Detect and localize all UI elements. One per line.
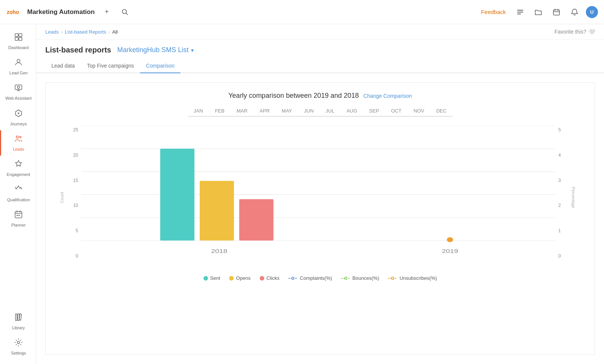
legend-unsubscribes: Unsubscribes(%) bbox=[388, 275, 437, 281]
calendar-icon[interactable] bbox=[550, 5, 563, 19]
folder-icon[interactable] bbox=[532, 5, 545, 19]
sidebar-label-leads: Leads bbox=[13, 147, 24, 152]
sidebar-item-settings[interactable]: Settings bbox=[0, 334, 36, 359]
legend: Sent Opens Clicks bbox=[55, 275, 586, 281]
month-may[interactable]: MAY bbox=[276, 106, 298, 117]
legend-opens-dot bbox=[229, 276, 234, 281]
chart-svg: 2018 2019 bbox=[81, 126, 555, 269]
svg-point-15 bbox=[17, 59, 20, 62]
unsubscribes-dot-2019 bbox=[447, 237, 453, 242]
svg-rect-24 bbox=[15, 211, 22, 218]
feedback-button[interactable]: Feedback bbox=[478, 7, 509, 17]
legend-clicks-label: Clicks bbox=[267, 275, 280, 281]
journeys-icon bbox=[14, 109, 23, 120]
dashboard-icon bbox=[14, 32, 23, 44]
change-comparison-button[interactable]: Change Comparison bbox=[364, 93, 412, 99]
legend-unsubscribes-icon bbox=[388, 276, 397, 281]
main-layout: Dashboard Lead Gen Web Assistant bbox=[0, 24, 604, 364]
notification-icon[interactable] bbox=[568, 5, 581, 19]
sidebar-item-planner[interactable]: Planner bbox=[0, 206, 36, 231]
legend-opens-label: Opens bbox=[236, 275, 250, 281]
sidebar-label-journeys: Journeys bbox=[10, 122, 27, 126]
svg-rect-13 bbox=[15, 37, 18, 40]
month-sep[interactable]: SEP bbox=[363, 106, 385, 117]
x-label-2019: 2019 bbox=[442, 248, 458, 254]
lead-gen-icon bbox=[14, 58, 23, 69]
chart-title-row: Yearly comparison between 2019 and 2018 … bbox=[55, 92, 586, 100]
legend-complaints-label: Complaints(%) bbox=[300, 275, 332, 281]
page-title: List-based reports bbox=[45, 46, 111, 54]
sidebar-item-lead-gen[interactable]: Lead Gen bbox=[0, 54, 36, 79]
month-jun[interactable]: JUN bbox=[298, 106, 320, 117]
month-nov[interactable]: NOV bbox=[408, 106, 430, 117]
month-feb[interactable]: FEB bbox=[209, 106, 230, 117]
month-apr[interactable]: APR bbox=[254, 106, 276, 117]
sidebar-label-qualification: Qualification bbox=[7, 197, 30, 202]
legend-bounces-label: Bounces(%) bbox=[353, 275, 379, 281]
sidebar-item-leads[interactable]: Leads bbox=[0, 130, 36, 156]
web-assistant-icon bbox=[14, 83, 23, 94]
month-jul[interactable]: JUL bbox=[320, 106, 341, 117]
chart-title: Yearly comparison between 2019 and 2018 bbox=[228, 92, 359, 100]
tab-lead-data[interactable]: Lead data bbox=[45, 59, 81, 73]
y-right-tick-0: 0 bbox=[558, 253, 561, 259]
month-mar[interactable]: MAR bbox=[231, 106, 254, 117]
sidebar-label-settings: Settings bbox=[11, 351, 26, 356]
breadcrumb-leads[interactable]: Leads bbox=[45, 29, 59, 35]
list-name: MarketingHub SMS List bbox=[117, 46, 188, 54]
legend-clicks-dot bbox=[260, 276, 264, 281]
y-axis-left-label: Count bbox=[60, 192, 64, 203]
y-tick-10: 10 bbox=[73, 203, 78, 208]
list-selector[interactable]: MarketingHub SMS List ▾ bbox=[117, 46, 193, 54]
month-oct[interactable]: OCT bbox=[385, 106, 407, 117]
month-dec[interactable]: DEC bbox=[430, 106, 453, 117]
add-button[interactable]: + bbox=[101, 6, 113, 18]
sidebar-label-engagement: Engagement bbox=[7, 172, 30, 177]
y-right-tick-1: 1 bbox=[558, 228, 561, 233]
svg-rect-4 bbox=[517, 10, 523, 11]
sidebar-item-journeys[interactable]: Journeys bbox=[0, 105, 36, 130]
sidebar-label-lead-gen: Lead Gen bbox=[9, 71, 28, 76]
legend-sent: Sent bbox=[203, 275, 220, 281]
list-view-icon[interactable] bbox=[513, 5, 527, 19]
breadcrumb: Leads › List-based Reports › All Favorit… bbox=[36, 24, 604, 40]
svg-point-44 bbox=[391, 277, 394, 279]
svg-rect-6 bbox=[517, 14, 521, 14]
tab-comparison[interactable]: Comparison bbox=[140, 59, 180, 73]
tabs: Lead data Top Five campaigns Comparison bbox=[36, 59, 604, 73]
search-button[interactable] bbox=[119, 6, 131, 18]
sidebar-item-engagement[interactable]: Engagement bbox=[0, 156, 36, 181]
svg-point-40 bbox=[292, 277, 294, 279]
sidebar-item-qualification[interactable]: Qualification bbox=[0, 181, 36, 206]
legend-sent-label: Sent bbox=[210, 275, 220, 281]
sidebar-label-web-assistant: Web Assistant bbox=[5, 96, 32, 101]
svg-rect-29 bbox=[18, 215, 20, 216]
y-right-tick-4: 4 bbox=[558, 153, 561, 158]
y-right-tick-3: 3 bbox=[558, 178, 561, 183]
svg-rect-16 bbox=[15, 85, 22, 89]
topbar: zoho Marketing Automation + Feedback bbox=[0, 0, 604, 24]
favorite-label: Favorite this? bbox=[555, 29, 586, 35]
sidebar-item-web-assistant[interactable]: Web Assistant bbox=[0, 79, 36, 105]
month-jan[interactable]: JAN bbox=[188, 106, 209, 117]
svg-rect-14 bbox=[19, 37, 22, 40]
avatar[interactable]: U bbox=[586, 6, 598, 18]
month-aug[interactable]: AUG bbox=[341, 106, 363, 117]
y-right-tick-5: 5 bbox=[558, 127, 561, 133]
tab-top-five-campaigns[interactable]: Top Five campaigns bbox=[81, 59, 140, 73]
bar-opens-2018 bbox=[200, 181, 234, 241]
y-tick-25: 25 bbox=[73, 127, 78, 133]
y-tick-15: 15 bbox=[73, 178, 78, 183]
planner-icon bbox=[14, 210, 23, 221]
topbar-right: Feedback U bbox=[478, 5, 598, 19]
svg-point-17 bbox=[17, 86, 20, 88]
sidebar-item-dashboard[interactable]: Dashboard bbox=[0, 29, 36, 54]
sidebar-item-library[interactable]: Library bbox=[0, 309, 36, 334]
page-header-left: List-based reports MarketingHub SMS List… bbox=[45, 46, 194, 54]
svg-rect-30 bbox=[15, 314, 17, 321]
legend-unsubscribes-label: Unsubscribes(%) bbox=[399, 275, 437, 281]
legend-sent-dot bbox=[203, 276, 208, 281]
favorite-button[interactable]: Favorite this? 🤍 bbox=[555, 29, 595, 35]
svg-point-23 bbox=[20, 136, 21, 138]
breadcrumb-list-reports[interactable]: List-based Reports bbox=[65, 29, 106, 35]
